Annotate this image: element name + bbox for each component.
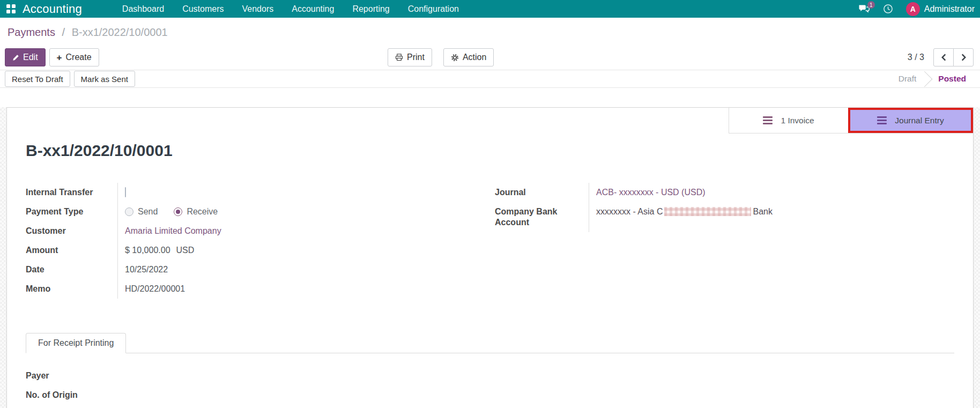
print-button-label: Print: [407, 53, 425, 62]
amount-label: Amount: [26, 241, 118, 260]
plus-icon: +: [57, 53, 62, 62]
customer-label: Customer: [26, 221, 118, 241]
messages-badge: 1: [867, 1, 875, 9]
send-option-label: Send: [138, 206, 158, 217]
radio-unchecked-icon: [125, 207, 133, 216]
edit-button-label: Edit: [23, 53, 38, 62]
date-label: Date: [26, 260, 118, 279]
tab-content: Payer No. of Origin: [26, 353, 954, 405]
internal-transfer-checkbox[interactable]: [125, 187, 126, 197]
reset-to-draft-button[interactable]: Reset To Draft: [5, 71, 70, 87]
amount-currency: USD: [176, 246, 195, 255]
user-name: Administrator: [924, 4, 975, 14]
field-company-bank-account: Company Bank Account xxxxxxxx - Asia CBa…: [495, 202, 954, 232]
invoice-stat-button[interactable]: 1 Invoice: [729, 108, 848, 133]
payment-type-label: Payment Type: [26, 202, 118, 221]
action-button-label: Action: [463, 53, 486, 62]
statusbar: Draft Posted: [888, 70, 980, 87]
form-sheet: 1 Invoice Journal Entry B-xx1/2022/10/00…: [6, 107, 974, 408]
company-bank-account-label: Company Bank Account: [495, 202, 589, 232]
chevron-left-icon: [941, 54, 946, 61]
menu-customers[interactable]: Customers: [173, 0, 233, 18]
menu-reporting[interactable]: Reporting: [343, 0, 398, 18]
clock-icon: [883, 4, 893, 14]
breadcrumb-current: B-xx1/2022/10/0001: [72, 26, 168, 38]
form-left-column: Internal Transfer Payment Type Send: [26, 183, 484, 299]
journal-entry-stat-label: Journal Entry: [895, 116, 944, 125]
form-right-column: Journal ACB- xxxxxxxx - USD (USD) Compan…: [495, 183, 954, 299]
activities-button[interactable]: [883, 4, 893, 14]
payer-value: [118, 366, 954, 385]
payment-title: B-xx1/2022/10/0001: [26, 141, 954, 160]
bank-account-value-suffix: Bank: [753, 207, 772, 216]
action-button[interactable]: Action: [443, 48, 494, 66]
journal-bars-icon: [763, 116, 773, 124]
app-brand[interactable]: Accounting: [23, 2, 82, 16]
menu-accounting[interactable]: Accounting: [283, 0, 343, 18]
receive-option-label: Receive: [187, 206, 218, 217]
notebook: For Receipt Printing Payer No. of Origin: [26, 333, 954, 405]
no-of-origin-value: [118, 385, 954, 405]
menu-dashboard[interactable]: Dashboard: [113, 0, 173, 18]
journal-bars-icon: [877, 116, 887, 124]
mark-as-sent-button[interactable]: Mark as Sent: [74, 71, 135, 87]
user-menu[interactable]: A Administrator: [906, 2, 975, 16]
journal-label: Journal: [495, 183, 589, 202]
user-avatar: A: [906, 2, 920, 16]
control-panel: Edit + Create Print A: [0, 45, 980, 70]
no-of-origin-label: No. of Origin: [26, 385, 118, 405]
menu-vendors[interactable]: Vendors: [233, 0, 283, 18]
journal-entry-stat-button[interactable]: Journal Entry: [848, 108, 973, 133]
pager-value: 3 / 3: [908, 53, 924, 62]
statusbar-row: Reset To Draft Mark as Sent Draft Posted: [0, 70, 980, 88]
status-arrow-divider: [917, 71, 933, 87]
messages-button[interactable]: 1: [858, 4, 870, 13]
field-payment-type: Payment Type Send Receive: [26, 202, 484, 221]
payment-type-receive-option[interactable]: Receive: [174, 206, 218, 217]
stat-buttons: 1 Invoice Journal Entry: [729, 108, 973, 133]
main-menu: Dashboard Customers Vendors Accounting R…: [113, 0, 468, 18]
field-payer: Payer: [26, 366, 954, 385]
invoice-stat-label: 1 Invoice: [781, 116, 814, 125]
breadcrumb-separator: /: [62, 26, 65, 38]
apps-grid-icon[interactable]: [6, 4, 16, 13]
create-button[interactable]: + Create: [49, 48, 99, 66]
pencil-icon: [12, 54, 19, 61]
field-amount: Amount $ 10,000.00USD: [26, 241, 484, 260]
edit-button[interactable]: Edit: [5, 48, 46, 66]
field-journal: Journal ACB- xxxxxxxx - USD (USD): [495, 183, 954, 202]
chevron-right-icon: [961, 54, 966, 61]
date-value: 10/25/2022: [118, 260, 484, 279]
form-background: 1 Invoice Journal Entry B-xx1/2022/10/00…: [0, 107, 980, 408]
pager-next-button[interactable]: [953, 48, 974, 66]
breadcrumb: Payments / B-xx1/2022/10/0001: [0, 18, 980, 45]
gear-icon: [451, 54, 459, 62]
field-internal-transfer: Internal Transfer: [26, 183, 484, 202]
memo-value: HD/2022/00001: [118, 279, 484, 299]
pager-previous-button[interactable]: [933, 48, 954, 66]
tab-for-receipt-printing[interactable]: For Receipt Printing: [26, 333, 126, 353]
status-posted[interactable]: Posted: [927, 74, 977, 84]
field-customer: Customer Amaria Limited Company: [26, 221, 484, 241]
payment-type-send-option[interactable]: Send: [125, 206, 158, 217]
radio-checked-icon: [174, 207, 182, 216]
field-no-of-origin: No. of Origin: [26, 385, 954, 405]
top-navbar: Accounting Dashboard Customers Vendors A…: [0, 0, 980, 18]
amount-value: $ 10,000.00: [125, 246, 170, 255]
breadcrumb-payments-link[interactable]: Payments: [8, 26, 55, 38]
redacted-blur-block: [664, 207, 751, 216]
memo-label: Memo: [26, 279, 118, 299]
printer-icon: [395, 54, 403, 61]
menu-configuration[interactable]: Configuration: [399, 0, 468, 18]
internal-transfer-label: Internal Transfer: [26, 183, 118, 202]
field-date: Date 10/25/2022: [26, 260, 484, 279]
create-button-label: Create: [66, 53, 92, 62]
customer-value-link[interactable]: Amaria Limited Company: [125, 226, 221, 235]
journal-value-link[interactable]: ACB- xxxxxxxx - USD (USD): [596, 188, 706, 197]
field-memo: Memo HD/2022/00001: [26, 279, 484, 299]
bank-account-value-prefix: xxxxxxxx - Asia C: [596, 207, 663, 216]
tab-bar: For Receipt Printing: [26, 333, 954, 353]
print-button[interactable]: Print: [388, 48, 432, 66]
payer-label: Payer: [26, 366, 118, 385]
